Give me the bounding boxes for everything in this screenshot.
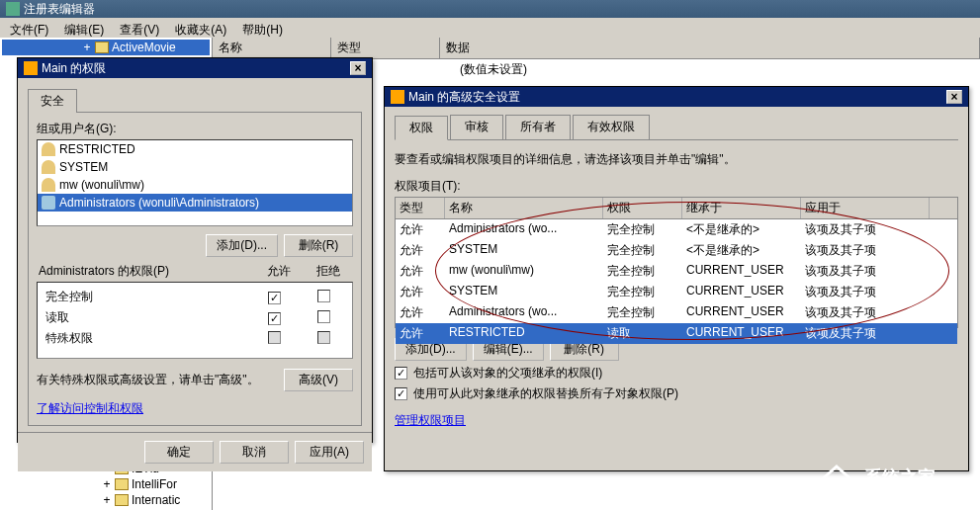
allow-checkbox[interactable] — [268, 312, 281, 325]
deny-checkbox[interactable] — [317, 310, 330, 323]
tab-audit[interactable]: 审核 — [450, 115, 503, 139]
group-name: Administrators (wonuli\Administrators) — [59, 196, 259, 210]
row-apply: 该项及其子项 — [801, 262, 930, 281]
tab-security[interactable]: 安全 — [28, 89, 77, 113]
cancel-button[interactable]: 取消 — [220, 441, 289, 464]
menu-file[interactable]: 文件(F) — [4, 20, 54, 36]
group-item[interactable]: RESTRICTED — [38, 140, 352, 158]
menu-edit[interactable]: 编辑(E) — [58, 20, 110, 36]
tree-item[interactable]: +Internatic — [2, 492, 210, 508]
col-name[interactable]: 名称 — [445, 198, 603, 218]
watermark: 系统之家 XITONGZHIJIA.NET — [817, 465, 971, 500]
close-icon[interactable]: × — [350, 61, 366, 75]
row-inherit: CURRENT_USER — [682, 283, 801, 301]
folder-icon — [115, 494, 129, 506]
row-perm: 读取 — [603, 324, 682, 343]
group-item[interactable]: Administrators (wonuli\Administrators) — [38, 194, 352, 212]
row-type: 允许 — [396, 241, 445, 260]
replace-checkbox[interactable] — [395, 387, 407, 400]
tree-item[interactable]: + ActiveMovie — [2, 40, 210, 55]
perm-row[interactable]: 允许 SYSTEM 完全控制 <不是继承的> 该项及其子项 — [396, 240, 957, 261]
house-icon — [817, 465, 856, 500]
perm-row[interactable]: 允许 RESTRICTED 读取 CURRENT_USER 该项及其子项 — [396, 323, 957, 344]
tab-permissions[interactable]: 权限 — [395, 116, 448, 140]
allow-checkbox[interactable] — [268, 331, 281, 344]
tree-item[interactable]: +IntelliFor — [2, 476, 210, 492]
dialog-titlebar[interactable]: Main 的高级安全设置 × — [385, 87, 968, 107]
row-name: mw (wonuli\mw) — [445, 262, 603, 281]
col-apply[interactable]: 应用于 — [801, 198, 930, 218]
perm-row[interactable]: 允许 Administrators (wo... 完全控制 <不是继承的> 该项… — [396, 219, 957, 240]
perm-row[interactable]: 允许 mw (wonuli\mw) 完全控制 CURRENT_USER 该项及其… — [396, 261, 957, 282]
dialog-icon — [24, 61, 38, 75]
dialog-title-text: Main 的高级安全设置 — [408, 89, 520, 106]
row-name: Administrators (wo... — [445, 303, 603, 322]
row-perm: 完全控制 — [603, 220, 682, 239]
col-name[interactable]: 名称 — [213, 38, 331, 58]
permissions-dialog: Main 的权限 × 安全 组或用户名(G): RESTRICTEDSYSTEM… — [17, 57, 373, 443]
row-type: 允许 — [396, 220, 445, 239]
col-data[interactable]: 数据 — [440, 38, 980, 58]
tab-owner[interactable]: 所有者 — [505, 115, 571, 139]
row-type: 允许 — [396, 262, 445, 281]
expand-icon[interactable]: + — [101, 477, 113, 491]
list-header: 名称 类型 数据 — [213, 38, 980, 59]
inherit-checkbox[interactable] — [395, 367, 407, 380]
folder-icon — [115, 478, 129, 490]
add-button[interactable]: 添加(D)... — [206, 234, 278, 257]
remove-button[interactable]: 删除(R) — [284, 234, 353, 257]
manage-link[interactable]: 管理权限项目 — [395, 412, 958, 429]
wm-title: 系统之家 — [864, 466, 971, 489]
row-type: 允许 — [396, 324, 445, 343]
row-inherit: CURRENT_USER — [682, 303, 801, 322]
row-name: RESTRICTED — [445, 324, 603, 343]
replace-label: 使用可从此对象继承的权限替换所有子对象权限(P) — [413, 385, 678, 402]
group-icon — [42, 196, 55, 210]
row-name: SYSTEM — [445, 283, 603, 301]
dialog-icon — [391, 90, 404, 104]
perm-row[interactable]: 允许 Administrators (wo... 完全控制 CURRENT_US… — [396, 302, 957, 323]
group-name: SYSTEM — [59, 160, 108, 174]
row-perm: 完全控制 — [603, 303, 682, 322]
dialog-titlebar[interactable]: Main 的权限 × — [18, 58, 372, 78]
perm-items-label: 权限项目(T): — [395, 178, 958, 195]
row-name: SYSTEM — [445, 241, 603, 260]
menu-favorites[interactable]: 收藏夹(A) — [169, 20, 232, 36]
row-apply: 该项及其子项 — [801, 241, 930, 260]
menubar[interactable]: 文件(F) 编辑(E) 查看(V) 收藏夹(A) 帮助(H) — [0, 18, 980, 38]
tab-effective[interactable]: 有效权限 — [573, 115, 650, 139]
ok-button[interactable]: 确定 — [144, 441, 214, 464]
row-inherit: <不是继承的> — [682, 241, 801, 260]
acl-link[interactable]: 了解访问控制和权限 — [37, 400, 353, 417]
group-item[interactable]: SYSTEM — [38, 158, 352, 176]
perm-items-list[interactable]: 允许 Administrators (wo... 完全控制 <不是继承的> 该项… — [395, 219, 958, 328]
app-icon — [6, 2, 20, 16]
dialog-title-text: Main 的权限 — [42, 60, 106, 77]
group-item[interactable]: mw (wonuli\mw) — [38, 176, 352, 194]
apply-button[interactable]: 应用(A) — [295, 441, 364, 464]
permissions-box: 完全控制 读取 特殊权限 — [37, 282, 353, 359]
expand-icon[interactable]: + — [81, 41, 93, 54]
col-perm[interactable]: 权限 — [603, 198, 682, 218]
menu-view[interactable]: 查看(V) — [114, 20, 165, 36]
allow-checkbox[interactable] — [268, 292, 281, 304]
user-icon — [42, 142, 55, 156]
advanced-button[interactable]: 高级(V) — [284, 369, 353, 391]
menu-help[interactable]: 帮助(H) — [236, 20, 289, 36]
close-icon[interactable]: × — [946, 90, 962, 104]
col-inherit[interactable]: 继承于 — [682, 198, 801, 218]
groups-list[interactable]: RESTRICTEDSYSTEMmw (wonuli\mw)Administra… — [37, 139, 353, 226]
deny-checkbox[interactable] — [317, 290, 330, 302]
row-apply: 该项及其子项 — [801, 303, 930, 322]
row-perm: 完全控制 — [603, 283, 682, 301]
col-type[interactable]: 类型 — [331, 38, 440, 58]
perm-row[interactable]: 允许 SYSTEM 完全控制 CURRENT_USER 该项及其子项 — [396, 282, 957, 302]
deny-checkbox[interactable] — [317, 331, 330, 344]
col-type[interactable]: 类型 — [396, 198, 445, 218]
wm-url: XITONGZHIJIA.NET — [864, 489, 971, 500]
inherit-label: 包括可从该对象的父项继承的权限(I) — [413, 365, 602, 382]
deny-header: 拒绝 — [304, 261, 353, 282]
perm-for-label: Administrators 的权限(P) — [37, 261, 254, 282]
row-type: 允许 — [396, 303, 445, 322]
expand-icon[interactable]: + — [101, 493, 113, 507]
